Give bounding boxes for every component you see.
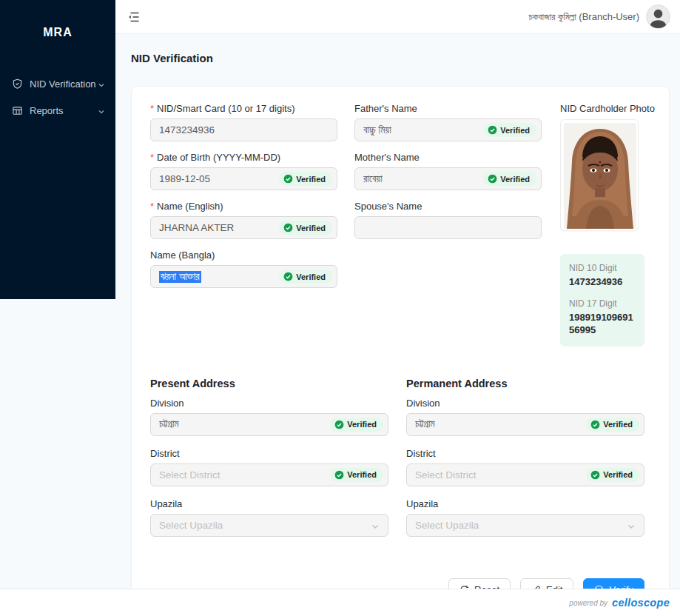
present-division-value: চট্টগ্রাম <box>159 418 179 430</box>
page-title: NID Verification <box>131 52 670 64</box>
main-content: NID Verification NID/Smart Card (10 or 1… <box>115 34 680 589</box>
verified-badge-label: Verified <box>296 272 326 281</box>
verified-badge: Verified <box>586 468 639 482</box>
app-logo: MRA <box>0 0 115 39</box>
father-name-label: Father's Name <box>354 103 542 114</box>
page-footer: powered by celloscope <box>0 589 680 616</box>
nid-input[interactable]: 1473234936 <box>150 118 337 141</box>
app-window: MRA NID Verification Reports <box>0 0 680 616</box>
check-circle-icon <box>488 174 497 184</box>
name-english-label: Name (English) <box>150 201 337 212</box>
sidebar-menu: NID Verification Reports <box>0 70 115 124</box>
verified-badge-label: Verified <box>603 420 633 429</box>
present-district-placeholder: Select District <box>159 469 221 481</box>
check-circle-icon <box>283 174 293 184</box>
form-grid: NID/Smart Card (10 or 17 digits) 1473234… <box>150 103 644 346</box>
name-english-input[interactable]: JHARNA AKTER Verified <box>150 216 337 239</box>
present-address-title: Present Address <box>150 378 388 389</box>
verified-badge: Verified <box>330 468 383 482</box>
present-district-field: District Select District Verified <box>150 448 388 486</box>
present-upazila-select[interactable]: Select Upazila <box>150 514 388 537</box>
permanent-district-select[interactable]: Select District Verified <box>406 463 644 486</box>
chevron-down-icon <box>627 520 636 529</box>
verified-badge-label: Verified <box>347 420 377 429</box>
division-label: Division <box>150 398 388 409</box>
check-circle-icon <box>283 272 293 281</box>
present-district-select[interactable]: Select District Verified <box>150 463 388 486</box>
check-circle-icon <box>488 125 497 135</box>
permanent-district-field: District Select District Verified <box>406 448 644 486</box>
spouse-name-label: Spouse's Name <box>354 201 542 212</box>
name-bangla-value-selected: ঝরনা আক্তার <box>159 271 201 283</box>
father-name-input[interactable]: বাচ্চু মিয়া Verified <box>354 118 542 141</box>
sidebar-item-nid-verification[interactable]: NID Verification <box>0 70 115 97</box>
chevron-down-icon <box>98 107 105 114</box>
sidebar-item-label: NID Verification <box>30 78 98 90</box>
mother-name-input[interactable]: রাবেয়া Verified <box>354 167 542 190</box>
nid-photo-label: NID Cardholder Photo <box>560 103 644 114</box>
powered-by-text: powered by <box>569 599 607 607</box>
sidebar: MRA NID Verification Reports <box>0 0 115 299</box>
verified-badge-label: Verified <box>296 175 326 184</box>
permanent-address-title: Permanent Address <box>406 378 644 389</box>
dob-field: Date of Birth (YYYY-MM-DD) 1989-12-05 Ve… <box>150 152 337 190</box>
permanent-address: Permanent Address Division চট্টগ্রাম Ver… <box>406 378 644 549</box>
verification-card: NID/Smart Card (10 or 17 digits) 1473234… <box>131 86 670 616</box>
menu-fold-icon[interactable] <box>127 10 141 24</box>
permanent-upazila-field: Upazila Select Upazila <box>406 498 644 537</box>
division-label: Division <box>406 398 644 409</box>
name-bangla-input[interactable]: ঝরনা আক্তার Verified <box>150 265 337 288</box>
cardholder-portrait-image <box>564 123 636 229</box>
mother-name-label: Mother's Name <box>354 152 542 163</box>
celloscope-logo: celloscope <box>612 597 670 609</box>
spouse-name-input[interactable] <box>354 216 542 239</box>
father-name-field: Father's Name বাচ্চু মিয়া Verified <box>354 103 542 141</box>
name-bangla-label: Name (Bangla) <box>150 250 337 261</box>
check-circle-icon <box>590 470 600 480</box>
present-upazila-placeholder: Select Upazila <box>159 520 223 531</box>
nid-digits-box: NID 10 Digit 1473234936 NID 17 Digit 198… <box>560 254 644 346</box>
form-column-3: NID Cardholder Photo <box>560 103 644 346</box>
spouse-name-field: Spouse's Name <box>354 201 542 239</box>
check-circle-icon <box>334 420 344 429</box>
present-address: Present Address Division চট্টগ্রাম Verif… <box>150 378 388 549</box>
upazila-label: Upazila <box>150 498 388 509</box>
check-circle-icon <box>334 470 344 480</box>
sidebar-item-label: Reports <box>30 105 98 116</box>
permanent-division-input[interactable]: চট্টগ্রাম Verified <box>406 413 644 436</box>
chevron-down-icon <box>98 80 105 87</box>
dob-input[interactable]: 1989-12-05 Verified <box>150 167 337 190</box>
nid-10-label: NID 10 Digit <box>569 263 636 273</box>
upazila-label: Upazila <box>406 498 644 509</box>
nid-label: NID/Smart Card (10 or 17 digits) <box>150 103 337 114</box>
verified-badge-label: Verified <box>500 175 530 184</box>
check-circle-icon <box>590 420 600 429</box>
permanent-upazila-placeholder: Select Upazila <box>415 520 479 531</box>
sidebar-item-reports[interactable]: Reports <box>0 97 115 124</box>
verified-badge-label: Verified <box>603 470 633 479</box>
district-label: District <box>406 448 644 459</box>
user-avatar-icon[interactable] <box>646 4 670 29</box>
permanent-upazila-select[interactable]: Select Upazila <box>406 514 644 537</box>
table-icon <box>12 105 23 116</box>
nid-17-group: NID 17 Digit 19891910969156995 <box>569 298 636 337</box>
permanent-district-placeholder: Select District <box>415 469 477 481</box>
verified-badge: Verified <box>279 172 332 186</box>
verified-badge: Verified <box>483 172 536 186</box>
dob-label: Date of Birth (YYYY-MM-DD) <box>150 152 337 163</box>
verified-badge: Verified <box>483 123 536 137</box>
verified-badge-label: Verified <box>500 126 530 135</box>
user-menu[interactable]: চকবাজার কুমিল্লা (Branch-User) <box>529 4 670 29</box>
verified-badge-label: Verified <box>296 224 326 232</box>
form-column-2: Father's Name বাচ্চু মিয়া Verified Moth… <box>354 103 542 346</box>
user-name: চকবাজার কুমিল্লা (Branch-User) <box>529 11 639 23</box>
check-circle-icon <box>283 223 293 232</box>
present-division-input[interactable]: চট্টগ্রাম Verified <box>150 413 388 436</box>
nid-17-label: NID 17 Digit <box>569 298 636 309</box>
father-name-value: বাচ্চু মিয়া <box>363 124 391 136</box>
permanent-division-value: চট্টগ্রাম <box>415 418 435 430</box>
name-bangla-field: Name (Bangla) ঝরনা আক্তার Verified <box>150 250 337 288</box>
nid-17-value: 19891910969156995 <box>569 311 636 337</box>
verified-badge: Verified <box>586 418 639 432</box>
verified-badge-label: Verified <box>347 470 377 479</box>
